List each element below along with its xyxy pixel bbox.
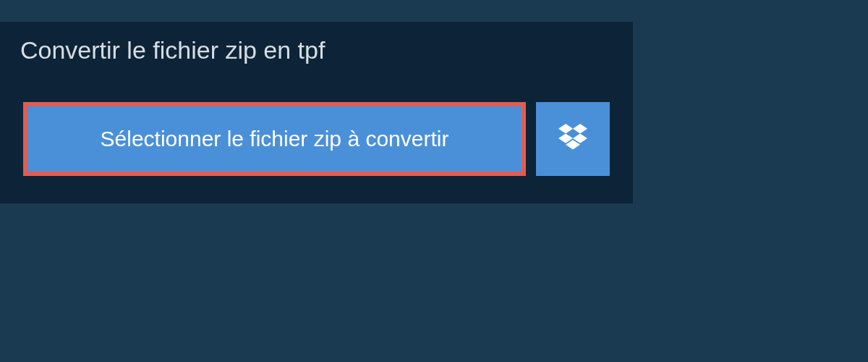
button-area: Sélectionner le fichier zip à convertir: [0, 79, 633, 203]
select-file-label: Sélectionner le fichier zip à convertir: [101, 127, 449, 151]
dropbox-icon: [558, 123, 587, 155]
select-file-button[interactable]: Sélectionner le fichier zip à convertir: [23, 102, 526, 176]
title-bar: Convertir le fichier zip en tpf: [0, 22, 409, 79]
page-title: Convertir le fichier zip en tpf: [20, 36, 388, 64]
converter-panel: Convertir le fichier zip en tpf Sélectio…: [0, 22, 633, 203]
dropbox-button[interactable]: [536, 102, 610, 176]
